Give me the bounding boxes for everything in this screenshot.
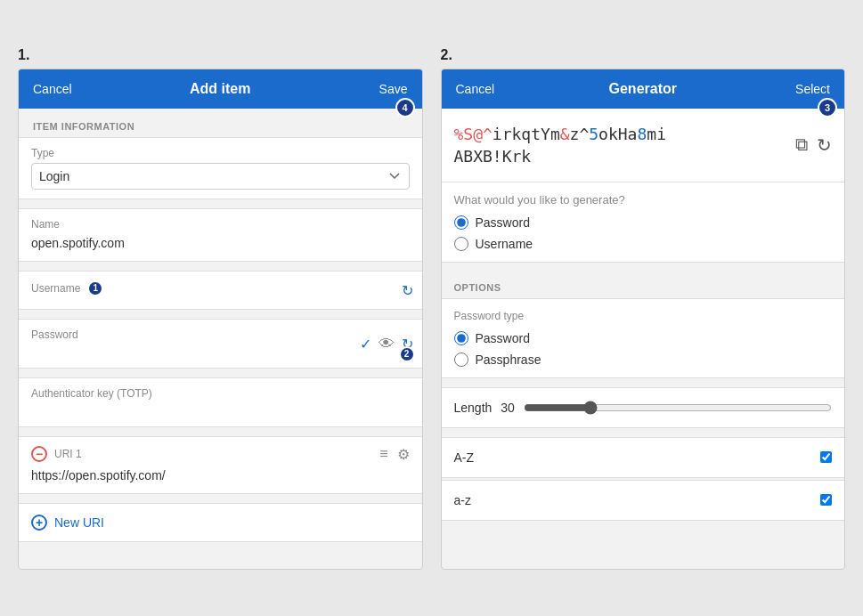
- name-value: open.spotify.com: [31, 234, 410, 252]
- panel2-number: 2.: [441, 47, 846, 63]
- pw-normal-4: mi: [647, 125, 666, 143]
- password-label: Password: [31, 328, 410, 341]
- uri-minus-button[interactable]: −: [31, 446, 47, 462]
- type-select[interactable]: Login Secure Note Card Identity: [31, 163, 410, 190]
- username-badge: 1: [87, 280, 103, 296]
- uri-label-row: − URI 1: [31, 446, 82, 462]
- radio-username-label: Username: [476, 237, 533, 251]
- copy-button[interactable]: ⧉: [795, 134, 808, 155]
- name-field-group: Name open.spotify.com: [19, 208, 422, 262]
- totp-label: Authenticator key (TOTP): [31, 387, 410, 400]
- password-eye-button[interactable]: 👁: [379, 334, 395, 353]
- new-uri-label: New URI: [54, 515, 104, 530]
- password-type-box: Password type Password Passphrase: [442, 298, 845, 378]
- uri-gear-button[interactable]: ⚙: [397, 446, 410, 463]
- panel2: Cancel Generator Select 3 %S@^irkqtYm&z^…: [441, 69, 846, 570]
- generate-radio-group: Password Username: [454, 215, 833, 251]
- panel2-body: %S@^irkqtYm&z^5okHa8mi ABXB!Krk ⧉ ↻ What…: [442, 109, 845, 549]
- radio-password[interactable]: Password: [454, 215, 833, 230]
- az-checkbox-row: A-Z: [442, 437, 845, 478]
- totp-field-group: Authenticator key (TOTP): [19, 377, 422, 427]
- panel2-cancel-button[interactable]: Cancel: [456, 82, 495, 96]
- password-type-radio-group: Password Passphrase: [454, 331, 833, 367]
- password-type-label: Password type: [454, 310, 833, 322]
- panel2-header: Cancel Generator Select 3: [442, 69, 845, 109]
- panel1-title: Add item: [190, 81, 250, 97]
- panel2-badge: 3: [818, 98, 837, 118]
- uri-group: − URI 1 ≡ ⚙ https://open.spotify.com/: [19, 436, 422, 494]
- username-field-group: Username 1 ↻: [19, 271, 422, 310]
- pw-special-1: %S@^: [454, 125, 493, 143]
- type-field-group: Type Login Secure Note Card Identity: [19, 137, 422, 199]
- panel2-title: Generator: [609, 81, 677, 97]
- length-value: 30: [501, 401, 515, 415]
- regenerate-button[interactable]: ↻: [817, 134, 832, 156]
- panel1-badge: 4: [395, 98, 415, 118]
- options-section: OPTIONS: [442, 272, 845, 298]
- radio-type-password[interactable]: Password: [454, 331, 833, 345]
- options-header: OPTIONS: [442, 272, 845, 298]
- laz-checkbox-row: a-z: [442, 480, 845, 521]
- generate-question: What would you like to generate?: [454, 193, 833, 207]
- password-check-button[interactable]: ✓: [360, 335, 371, 352]
- uri-lines-button[interactable]: ≡: [379, 446, 387, 462]
- panel1-number: 1.: [18, 47, 423, 63]
- panel1-cancel-button[interactable]: Cancel: [33, 82, 72, 96]
- gen-icons: ⧉ ↻: [795, 134, 832, 156]
- password-field-group: Password ✓ 👁 ↻ 2: [19, 319, 422, 369]
- plus-icon: +: [31, 515, 47, 531]
- radio-type-passphrase-input[interactable]: [454, 353, 468, 367]
- radio-username[interactable]: Username: [454, 237, 833, 251]
- generated-password-box: %S@^irkqtYm&z^5okHa8mi ABXB!Krk ⧉ ↻: [442, 109, 845, 182]
- uri-label: URI 1: [54, 448, 82, 460]
- username-refresh-button[interactable]: ↻: [402, 281, 413, 298]
- panel1-body: ITEM INFORMATION Type Login Secure Note …: [19, 109, 422, 569]
- name-label: Name: [31, 218, 410, 231]
- pw-num-2: 8: [637, 125, 647, 143]
- radio-username-input[interactable]: [454, 237, 468, 251]
- radio-type-passphrase-label: Passphrase: [476, 353, 541, 367]
- az-checkbox[interactable]: [820, 451, 832, 463]
- panel1-save-button[interactable]: Save: [379, 82, 408, 96]
- type-label: Type: [31, 147, 410, 159]
- panel1-section-header: ITEM INFORMATION: [19, 109, 422, 137]
- password-badge: 2: [399, 346, 415, 362]
- pw-line2: ABXB!Krk: [454, 147, 532, 166]
- panel2-select-button[interactable]: Select: [795, 82, 830, 96]
- pw-special-2: &: [560, 125, 570, 143]
- pw-num-1: 5: [589, 125, 598, 143]
- username-label: Username 1: [31, 280, 410, 296]
- laz-label: a-z: [454, 493, 471, 507]
- radio-password-label: Password: [476, 215, 530, 230]
- radio-type-password-label: Password: [476, 331, 530, 345]
- generated-password: %S@^irkqtYm&z^5okHa8mi ABXB!Krk: [454, 123, 787, 167]
- uri-actions: ≡ ⚙: [379, 446, 409, 463]
- radio-type-password-input[interactable]: [454, 331, 468, 345]
- az-label: A-Z: [454, 450, 475, 465]
- new-uri-row[interactable]: + New URI: [19, 503, 422, 542]
- uri-header: − URI 1 ≡ ⚙: [31, 446, 410, 463]
- radio-password-input[interactable]: [454, 215, 468, 230]
- laz-checkbox[interactable]: [820, 494, 832, 506]
- pw-normal-3: okHa: [598, 125, 637, 143]
- panel1-header: Cancel Add item Save 4: [19, 69, 422, 109]
- uri-value: https://open.spotify.com/: [31, 466, 410, 484]
- radio-type-passphrase[interactable]: Passphrase: [454, 353, 833, 367]
- generate-section: What would you like to generate? Passwor…: [442, 182, 845, 263]
- length-slider[interactable]: [524, 401, 832, 415]
- pw-normal-1: irkqtYm: [493, 125, 560, 143]
- panel1: Cancel Add item Save 4 ITEM INFORMATION …: [18, 69, 423, 570]
- username-icons: ↻: [402, 281, 413, 298]
- length-label: Length: [454, 401, 493, 415]
- length-row: Length 30: [442, 387, 845, 428]
- pw-normal-2: z^: [570, 125, 590, 143]
